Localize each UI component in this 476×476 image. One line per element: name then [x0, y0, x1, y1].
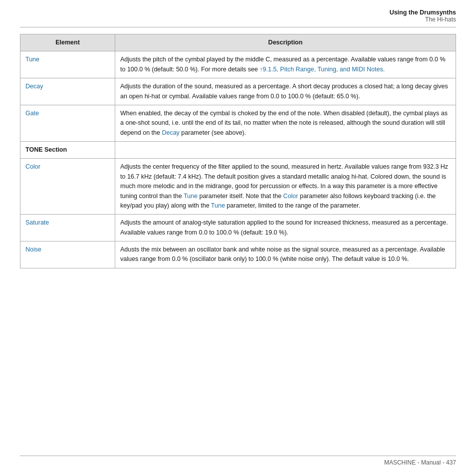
table-header-row: Element Description [20, 34, 456, 51]
description-cell-gate: When enabled, the decay of the cymbal is… [115, 105, 456, 141]
content-area: Element Description Tune Adjusts the pit… [20, 34, 456, 446]
description-cell-decay: Adjusts the duration of the sound, measu… [115, 78, 456, 105]
saturate-link[interactable]: Saturate [25, 219, 49, 226]
noise-link[interactable]: Noise [25, 246, 41, 253]
decay-inline-link[interactable]: Decay [162, 129, 179, 136]
main-title: Using the Drumsynths [390, 9, 456, 16]
tone-section-row: TONE Section [20, 142, 456, 159]
element-cell-saturate: Saturate [20, 215, 115, 241]
element-cell-tune: Tune [20, 51, 115, 78]
sub-title: The Hi-hats [390, 16, 456, 23]
description-cell-color: Adjusts the center frequency of the filt… [115, 159, 456, 215]
tune-link[interactable]: Tune [25, 56, 39, 63]
tune-inline-link-color[interactable]: Tune [184, 193, 198, 200]
top-rule [20, 27, 456, 27]
gate-link[interactable]: Gate [25, 110, 39, 117]
table-row: Tune Adjusts the pitch of the cymbal pla… [20, 51, 456, 78]
table-row: Noise Adusts the mix between an oscillat… [20, 241, 456, 268]
column-header-description: Description [115, 34, 456, 51]
tune-inline-link-color2[interactable]: Tune [211, 202, 225, 209]
main-table: Element Description Tune Adjusts the pit… [20, 34, 456, 268]
color-link[interactable]: Color [25, 163, 40, 170]
element-cell-color: Color [20, 159, 115, 215]
element-cell-noise: Noise [20, 241, 115, 268]
tone-section-label: TONE Section [25, 146, 67, 153]
page-footer: MASCHINE - Manual - 437 [384, 459, 456, 466]
bottom-rule [20, 456, 456, 456]
description-cell-tone-section [115, 142, 456, 159]
column-header-element: Element [20, 34, 115, 51]
table-row: Gate When enabled, the decay of the cymb… [20, 105, 456, 141]
element-cell-decay: Decay [20, 78, 115, 105]
page-header: Using the Drumsynths The Hi-hats [390, 9, 456, 23]
element-cell-gate: Gate [20, 105, 115, 141]
description-cell-tune: Adjusts the pitch of the cymbal played b… [115, 51, 456, 78]
description-cell-noise: Adusts the mix between an oscillator ban… [115, 241, 456, 268]
description-cell-saturate: Adjusts the amount of analog-style satur… [115, 215, 456, 241]
table-row: Saturate Adjusts the amount of analog-st… [20, 215, 456, 241]
table-row: Decay Adjusts the duration of the sound,… [20, 78, 456, 105]
tune-reference-link[interactable]: ↑9.1.5, Pitch Range, Tuning, and MIDI No… [259, 66, 385, 73]
color-inline-link[interactable]: Color [283, 193, 298, 200]
element-cell-tone-section: TONE Section [20, 142, 115, 159]
decay-link[interactable]: Decay [25, 83, 43, 90]
table-row: Color Adjusts the center frequency of th… [20, 159, 456, 215]
